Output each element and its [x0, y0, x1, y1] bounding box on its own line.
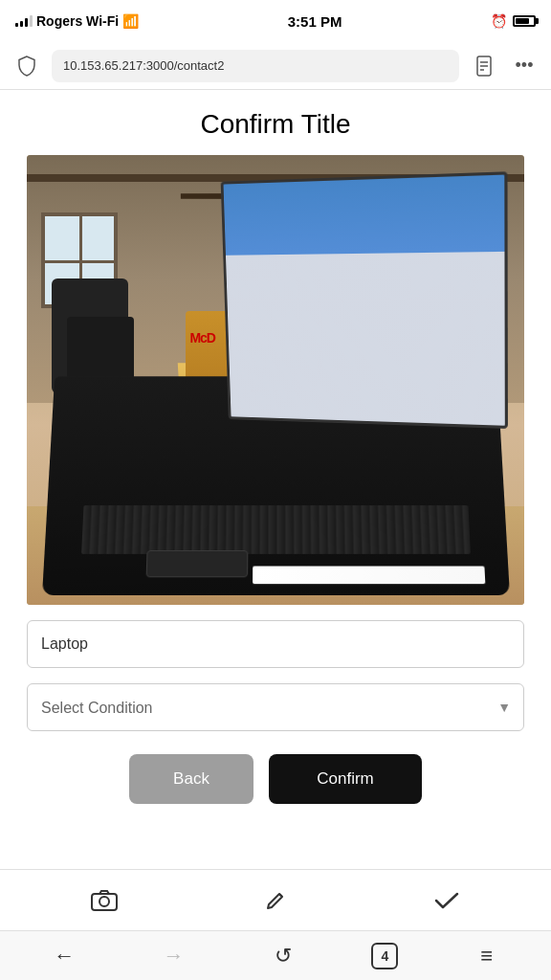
page-icon-button[interactable] [469, 51, 499, 81]
item-name-input[interactable] [27, 620, 524, 668]
page-title: Confirm Title [200, 109, 350, 140]
status-bar: Rogers Wi-Fi 📶 3:51 PM ⏰ [0, 0, 551, 42]
status-left: Rogers Wi-Fi 📶 [15, 13, 139, 29]
carrier-label: Rogers Wi-Fi [36, 13, 119, 29]
browser-reload-button[interactable]: ↺ [262, 935, 304, 977]
condition-select[interactable]: Select Condition New Like New Good Fair … [27, 683, 524, 731]
action-buttons: Back Confirm [27, 754, 524, 804]
url-text: 10.153.65.217:3000/contact2 [63, 58, 224, 73]
browser-menu-button[interactable]: ≡ [466, 935, 508, 977]
more-button[interactable]: ••• [509, 51, 540, 81]
alarm-icon: ⏰ [491, 13, 507, 29]
browser-back-button[interactable]: ← [43, 935, 85, 977]
browser-nav: ← → ↺ 4 ≡ [0, 930, 551, 980]
wifi-icon: 📶 [122, 13, 139, 29]
svg-point-5 [99, 897, 109, 906]
item-photo [27, 155, 524, 605]
address-bar: 10.153.65.217:3000/contact2 ••• [0, 42, 551, 90]
tab-count-button[interactable]: 4 [371, 943, 398, 969]
camera-button[interactable] [83, 880, 125, 922]
condition-select-wrapper: Select Condition New Like New Good Fair … [27, 683, 524, 731]
main-content: Confirm Title [0, 90, 551, 869]
app-toolbar [0, 869, 551, 930]
signal-icon [15, 15, 33, 27]
browser-forward-button: → [153, 935, 195, 977]
edit-button[interactable] [254, 880, 297, 922]
back-button[interactable]: Back [129, 754, 253, 804]
status-time: 3:51 PM [288, 13, 342, 30]
shield-button[interactable] [11, 51, 42, 81]
url-display[interactable]: 10.153.65.217:3000/contact2 [52, 50, 459, 82]
confirm-button[interactable]: Confirm [269, 754, 422, 804]
status-right: ⏰ [491, 13, 536, 29]
battery-icon [513, 15, 536, 27]
check-button[interactable] [426, 880, 468, 922]
